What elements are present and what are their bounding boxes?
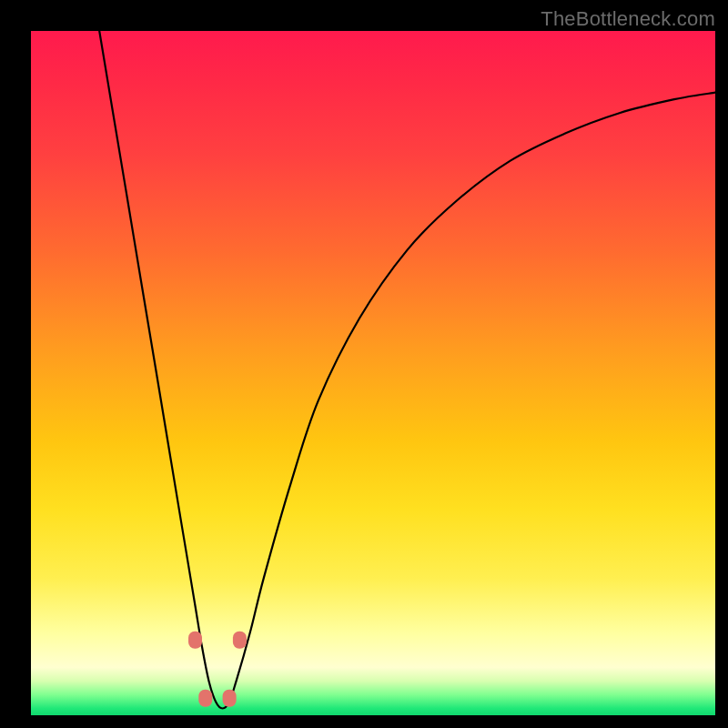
curve-marker [223,690,237,707]
curve-marker [198,690,212,707]
marker-group [188,632,247,707]
bottleneck-curve [99,31,715,709]
curve-marker [188,632,202,649]
watermark-text: TheBottleneck.com [541,7,715,31]
curve-marker [233,632,247,649]
plot-area [31,31,715,715]
chart-frame: TheBottleneck.com [0,0,728,728]
curve-layer [31,31,715,715]
